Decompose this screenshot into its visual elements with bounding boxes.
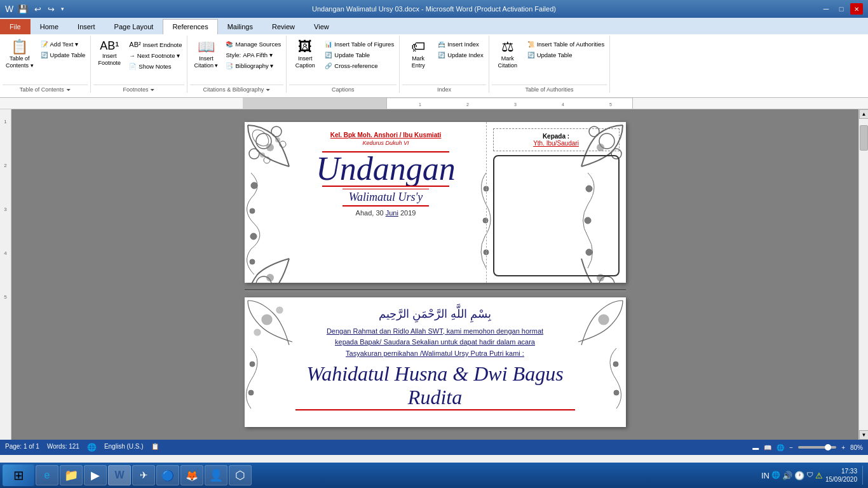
mark-citation-icon: ⚖ [501, 40, 514, 54]
document-area[interactable]: Kel. Bpk Moh. Anshori / Ibu Kusmiati Ked… [11, 109, 858, 440]
insert-endnote-button[interactable]: AB² Insert Endnote [126, 39, 184, 50]
minimize-button[interactable]: ─ [820, 3, 832, 15]
taskbar-other[interactable]: ⬡ [229, 465, 252, 485]
footnotes-group-arrow[interactable]: ⏷ [150, 87, 155, 93]
title-bar-controls: ─ □ ✕ [820, 3, 863, 15]
caption-icon: 🖼 [298, 40, 312, 54]
words-status: Words: 121 [47, 443, 79, 452]
antivirus-icon: 🛡 [806, 471, 813, 480]
taskbar-media[interactable]: ▶ [84, 465, 107, 485]
undangan-date: Ahad, 30 Juni 2019 [356, 209, 416, 217]
view-normal-icon[interactable]: ▬ [752, 444, 759, 451]
time-display: 17:33 [825, 467, 857, 475]
mark-citation-button[interactable]: ⚖ MarkCitation [492, 38, 524, 71]
add-text-button[interactable]: 📝 Add Text ▾ [38, 39, 88, 49]
body-text: Dengan Rahmat dan Ridlo Allah SWT, kami … [295, 326, 575, 360]
index-group: 🏷 MarkEntry 📇 Insert Index 🔄 Update Inde… [400, 36, 489, 93]
toc-icon: 📋 [11, 40, 28, 54]
taskbar-firefox[interactable]: 🦊 [180, 465, 203, 485]
zoom-level: 80% [850, 444, 863, 451]
zoom-thumb[interactable] [825, 444, 831, 451]
taskbar-chrome[interactable]: 🔵 [156, 465, 179, 485]
ruler: 1 2 3 4 5 6 7 8 [0, 98, 868, 109]
taskbar-telegram[interactable]: ✈ [132, 465, 155, 485]
svg-text:4: 4 [562, 102, 564, 107]
tab-file[interactable]: File [0, 19, 31, 34]
update-table-toa-button[interactable]: 🔄 Update Table [525, 50, 607, 60]
citations-group-arrow[interactable]: ⏷ [266, 87, 271, 93]
quick-save[interactable]: 💾 [16, 4, 30, 15]
insert-index-button[interactable]: 📇 Insert Index [435, 39, 486, 49]
word-taskbar-icon: W [114, 470, 124, 481]
kepada-value: Yth. Ibu/Saudari [498, 140, 615, 147]
start-button[interactable]: ⊞ [3, 464, 34, 486]
tab-view[interactable]: View [304, 19, 339, 34]
toc-button[interactable]: 📋 Table ofContents ▾ [3, 38, 37, 71]
update-table-toc-button[interactable]: 🔄 Update Table [38, 50, 88, 60]
tab-page-layout[interactable]: Page Layout [105, 19, 163, 34]
close-button[interactable]: ✕ [850, 3, 863, 15]
insert-toa-button[interactable]: 📜 Insert Table of Authorities [525, 39, 607, 49]
tab-insert[interactable]: Insert [68, 19, 105, 34]
tab-mailings[interactable]: Mailings [218, 19, 262, 34]
zoom-out-button[interactable]: − [789, 444, 793, 451]
style-selector[interactable]: Style: APA Fifth ▾ [223, 50, 283, 60]
scroll-up-button[interactable]: ▲ [859, 109, 868, 119]
taskbar-ie[interactable]: e [36, 465, 58, 485]
insert-footnote-button[interactable]: AB¹ InsertFootnote [93, 38, 125, 69]
toc-group-arrow[interactable]: ⏷ [66, 87, 71, 93]
view-web-icon[interactable]: 🌐 [776, 444, 784, 451]
date-display: 15/09/2020 [825, 475, 857, 484]
window-title: Undangan Walimatul Ursy 03.docx - Micros… [312, 5, 556, 13]
insert-footnote-label: InsertFootnote [98, 53, 121, 67]
tab-home[interactable]: Home [31, 19, 68, 34]
bibliography-button[interactable]: 📑 Bibliography ▾ [223, 61, 283, 71]
chrome-icon: 🔵 [161, 470, 174, 482]
insert-toa-icon: 📜 [527, 41, 535, 48]
title-bar-left: W 💾 ↩ ↪ ▾ [5, 4, 66, 15]
tab-review[interactable]: Review [262, 19, 304, 34]
zoom-slider[interactable] [798, 446, 836, 449]
endnote-icon: AB² [129, 41, 140, 48]
scroll-down-button[interactable]: ▼ [859, 430, 868, 440]
quick-redo[interactable]: ↪ [46, 4, 57, 15]
view-reading-icon[interactable]: 📖 [764, 444, 771, 451]
quick-undo[interactable]: ↩ [32, 4, 43, 15]
insert-citation-button[interactable]: 📖 InsertCitation ▾ [190, 38, 222, 71]
page1-left: Kel. Bpk Moh. Anshori / Ibu Kusmiati Ked… [245, 122, 486, 283]
zoom-in-button[interactable]: + [841, 444, 845, 451]
next-footnote-button[interactable]: → Next Footnote ▾ [126, 51, 184, 60]
page2-content: بِسْمِ اللَّهِ الرَّحْمَنِ الرَّحِيم Den… [245, 297, 626, 420]
taskbar-user[interactable]: 👤 [205, 465, 227, 485]
insert-caption-button[interactable]: 🖼 InsertCaption [289, 38, 321, 71]
scroll-track[interactable] [859, 119, 868, 430]
couple-name: Wahidatul Husna & Dwi Bagus Rudita [295, 362, 575, 410]
address-box [493, 155, 620, 276]
network-icon: 🌐 [771, 471, 780, 480]
scrollbar[interactable]: ▲ ▼ [858, 109, 868, 440]
update-table-captions-button[interactable]: 🔄 Update Table [322, 50, 397, 60]
tab-references[interactable]: References [163, 19, 217, 34]
sender-address: Kedurus Dukuh VI [362, 140, 409, 146]
quick-more[interactable]: ▾ [59, 5, 66, 13]
main-area: 1 2 3 4 5 [0, 109, 868, 440]
scroll-thumb[interactable] [860, 125, 868, 151]
mark-entry-button[interactable]: 🏷 MarkEntry [402, 38, 434, 71]
taskbar-explorer[interactable]: 📁 [60, 465, 83, 485]
svg-text:3: 3 [514, 102, 517, 107]
taskbar-word[interactable]: W [108, 465, 131, 485]
show-notes-button[interactable]: 📄 Show Notes [126, 62, 184, 71]
update-index-button[interactable]: 🔄 Update Index [435, 50, 486, 60]
show-desktop-button[interactable] [862, 466, 865, 485]
cross-reference-button[interactable]: 🔗 Cross-reference [322, 61, 397, 71]
system-tray: IN 🌐 🔊 🕐 🛡 ⚠ [761, 471, 823, 480]
captions-group: 🖼 InsertCaption 📊 Insert Table of Figure… [287, 36, 400, 93]
footnote-icon: AB¹ [100, 40, 119, 51]
citations-group-label: Citations & Bibliography ⏷ [190, 85, 283, 93]
manage-sources-button[interactable]: 📚 Manage Sources [223, 39, 283, 49]
body-line-2: kepada Bapak/ Saudara Sekalian untuk dap… [335, 338, 535, 346]
maximize-button[interactable]: □ [835, 3, 848, 15]
ie-icon: e [44, 470, 50, 481]
insert-tof-button[interactable]: 📊 Insert Table of Figures [322, 39, 397, 49]
document-page-1: Kel. Bpk Moh. Anshori / Ibu Kusmiati Ked… [245, 122, 626, 283]
